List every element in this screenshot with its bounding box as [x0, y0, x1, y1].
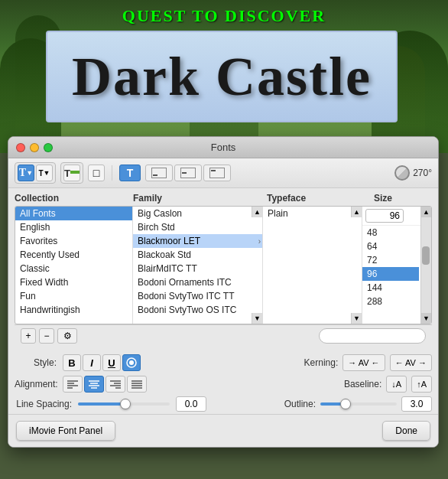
family-item-blairmdITC-tt[interactable]: BlairMdITC TT: [133, 262, 262, 275]
family-item-bodoni-svtytwo-os[interactable]: Bodoni SvtyTwo OS ITC: [133, 303, 262, 317]
align-center-button[interactable]: [84, 376, 104, 393]
collection-list[interactable]: All Fonts English Favorites Recently Use…: [15, 207, 133, 324]
document-button[interactable]: □: [88, 165, 105, 181]
size-item-288[interactable]: 288: [362, 295, 419, 308]
window-controls: [16, 143, 53, 152]
text-color-button[interactable]: T: [63, 165, 80, 181]
typeface-scroll-down[interactable]: ▼: [351, 313, 362, 324]
add-remove-controls: + − ⚙: [21, 328, 77, 344]
baseline-up-button[interactable]: ↑A: [411, 376, 432, 393]
outline-section: Outline: 3.0: [284, 396, 432, 412]
position-btn-1[interactable]: [145, 165, 173, 181]
collection-item-recently-used[interactable]: Recently Used: [15, 248, 132, 262]
font-lists: All Fonts English Favorites Recently Use…: [15, 206, 432, 324]
collection-item-fun[interactable]: Fun: [15, 289, 132, 303]
position-btn-2[interactable]: [174, 165, 202, 181]
family-item-birch-std[interactable]: Birch Std: [133, 220, 262, 234]
alignment-row: Alignment:: [8, 374, 438, 394]
family-item-big-caslon[interactable]: Big Caslon: [133, 207, 262, 220]
search-input[interactable]: [319, 328, 426, 344]
size-scroll-down[interactable]: ▼: [421, 313, 432, 324]
collection-item-fixed-width[interactable]: Fixed Width: [15, 275, 132, 289]
family-list[interactable]: Big Caslon Birch Std Blackmoor LET › Bla…: [133, 207, 263, 324]
collection-item-favorites[interactable]: Favorites: [15, 234, 132, 248]
collection-item-classic[interactable]: Classic: [15, 262, 132, 275]
size-item-72[interactable]: 72: [362, 253, 419, 267]
size-item-96[interactable]: 96: [362, 267, 419, 281]
kern-button-2[interactable]: ← AV →: [390, 354, 432, 371]
size-scroll-thumb[interactable]: [422, 246, 430, 265]
kern-button-1[interactable]: → AV ←: [342, 354, 385, 371]
rotation-dial[interactable]: [394, 165, 410, 181]
size-scrollbar[interactable]: ▲ ▼: [420, 207, 431, 324]
position-btn-3[interactable]: [203, 165, 231, 181]
baseline-down-button[interactable]: ↓A: [386, 376, 407, 393]
title-bar: Fonts: [8, 137, 438, 158]
outline-label: Outline:: [284, 399, 316, 409]
size-item-48[interactable]: 48: [362, 226, 419, 240]
size-item-144[interactable]: 144: [362, 281, 419, 295]
collection-item-english[interactable]: English: [15, 220, 132, 234]
rotation-value: 270°: [413, 168, 432, 178]
minimize-button[interactable]: [30, 143, 39, 152]
family-scroll-up[interactable]: ▲: [252, 207, 262, 217]
size-input[interactable]: [365, 209, 404, 223]
line-spacing-slider[interactable]: [78, 399, 170, 409]
toolbar-right: 270°: [394, 165, 432, 181]
line-spacing-thumb[interactable]: [120, 399, 131, 409]
typeface-scroll-up[interactable]: ▲: [351, 207, 362, 217]
text-style-button[interactable]: T ▼: [18, 165, 34, 181]
align-right-button[interactable]: [106, 376, 125, 393]
align-justify-button[interactable]: [127, 376, 147, 393]
settings-button[interactable]: ⚙: [57, 328, 77, 344]
typeface-list[interactable]: Plain ▲ ▼: [263, 207, 362, 324]
close-button[interactable]: [16, 143, 25, 152]
rotation-display: 270°: [394, 165, 432, 181]
outline-thumb[interactable]: [340, 399, 351, 409]
size-header: Size: [374, 193, 427, 204]
size-section: 48 64 72 96 144 288 ▲ ▼: [362, 207, 431, 324]
text-color-group: T: [60, 162, 83, 184]
dark-castle-text: Dark Castle: [72, 45, 372, 109]
family-item-bodoni-ornaments[interactable]: Bodoni Ornaments ITC: [133, 275, 262, 289]
dialog-footer: iMovie Font Panel Done: [8, 414, 438, 447]
dark-castle-banner: Dark Castle: [46, 31, 398, 122]
svg-point-1: [129, 360, 134, 365]
text-position-group: [145, 165, 231, 181]
remove-collection-button[interactable]: −: [39, 328, 54, 344]
outline-slider[interactable]: [320, 399, 397, 409]
size-item-64[interactable]: 64: [362, 240, 419, 253]
family-header: Family: [133, 193, 267, 204]
line-spacing-label: Line Spacing:: [15, 399, 72, 409]
add-collection-button[interactable]: +: [21, 328, 36, 344]
collection-header: Collection: [15, 193, 133, 204]
done-button[interactable]: Done: [382, 421, 430, 441]
maximize-button[interactable]: [44, 143, 53, 152]
bottom-toolbar: + − ⚙: [15, 324, 432, 347]
baseline-label: Baseline:: [344, 379, 381, 389]
italic-button[interactable]: I: [83, 354, 101, 371]
line-spacing-value: 0.0: [176, 396, 206, 412]
family-item-blackmoor-let[interactable]: Blackmoor LET ›: [133, 234, 262, 248]
family-scroll-down[interactable]: ▼: [252, 313, 262, 324]
column-headers: Collection Family Typeface Size: [15, 193, 432, 204]
imovie-font-panel-button[interactable]: iMovie Font Panel: [16, 421, 115, 441]
bold-button[interactable]: B: [63, 354, 81, 371]
family-item-bodoni-svtytwo-itc[interactable]: Bodoni SvtyTwo ITC TT: [133, 289, 262, 303]
collection-item-all-fonts[interactable]: All Fonts: [15, 207, 132, 220]
text-size-button[interactable]: T ▼: [36, 165, 53, 181]
quest-title: QUEST TO DISCOVER: [0, 6, 448, 26]
text-active-button[interactable]: T: [119, 165, 141, 181]
collection-item-handwritingish[interactable]: Handwritingish: [15, 303, 132, 317]
style-buttons: B I U: [63, 354, 141, 371]
family-item-blackoak-std[interactable]: Blackoak Std: [133, 248, 262, 262]
dialog-title: Fonts: [211, 142, 236, 153]
text-color-style-button[interactable]: [122, 354, 141, 371]
alignment-buttons: [63, 376, 147, 393]
line-spacing-row: Line Spacing: 0.0 Outline: 3.0: [8, 394, 438, 414]
size-scroll-up[interactable]: ▲: [421, 207, 432, 217]
kerning-label: Kerning:: [304, 357, 339, 368]
underline-button[interactable]: U: [102, 354, 121, 371]
align-left-button[interactable]: [63, 376, 83, 393]
typeface-item-plain[interactable]: Plain: [263, 207, 362, 220]
